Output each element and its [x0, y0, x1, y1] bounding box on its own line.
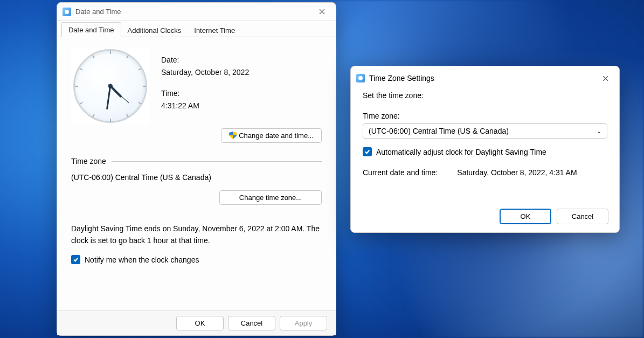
tab-date-and-time[interactable]: Date and Time — [61, 22, 121, 37]
change-time-zone-button[interactable]: Change time zone... — [219, 190, 322, 205]
ok-button[interactable]: OK — [176, 316, 224, 330]
close-icon — [319, 9, 325, 15]
tab-additional-clocks[interactable]: Additional Clocks — [121, 23, 188, 37]
time-label: Time: — [161, 88, 249, 99]
change-date-time-label: Change date and time... — [239, 132, 314, 140]
auto-dst-checkbox-row[interactable]: Automatically adjust clock for Daylight … — [363, 147, 607, 156]
window-title: Date and Time — [75, 8, 121, 16]
cancel-button[interactable]: Cancel — [228, 316, 275, 330]
uac-shield-icon — [229, 132, 237, 139]
close-button[interactable] — [594, 71, 616, 86]
time-zone-dropdown[interactable]: (UTC-06:00) Central Time (US & Canada) ⌄ — [363, 123, 607, 139]
titlebar[interactable]: Date and Time — [57, 3, 336, 21]
dst-info-text: Daylight Saving Time ends on Sunday, Nov… — [71, 223, 322, 246]
close-button[interactable] — [311, 4, 333, 19]
time-zone-value: (UTC-06:00) Central Time (US & Canada) — [71, 173, 322, 182]
auto-dst-label: Automatically adjust clock for Daylight … — [376, 148, 546, 156]
time-zone-heading: Time zone — [71, 157, 106, 165]
current-datetime-label: Current date and time: — [363, 168, 438, 177]
checkmark-icon — [73, 257, 79, 263]
dialog-footer: OK Cancel Apply — [57, 311, 336, 335]
dialog-footer: OK Cancel — [351, 200, 619, 232]
notify-label: Notify me when the clock changes — [85, 256, 199, 264]
set-time-zone-heading: Set the time zone: — [363, 91, 607, 100]
divider — [112, 161, 322, 162]
time-zone-label: Time zone: — [363, 112, 607, 120]
checkmark-icon — [364, 149, 370, 155]
window-title: Time Zone Settings — [369, 74, 434, 82]
close-icon — [603, 75, 608, 81]
tab-strip: Date and Time Additional Clocks Internet… — [57, 21, 336, 37]
date-time-icon — [63, 8, 71, 16]
date-label: Date: — [161, 54, 249, 66]
date-value: Saturday, October 8, 2022 — [161, 67, 249, 78]
titlebar[interactable]: Time Zone Settings — [351, 66, 619, 88]
tab-internet-time[interactable]: Internet Time — [188, 23, 241, 37]
chevron-down-icon: ⌄ — [597, 128, 601, 135]
date-time-window: Date and Time Date and Time Additional C… — [57, 2, 336, 336]
analog-clock — [71, 47, 149, 125]
apply-button: Apply — [280, 316, 327, 330]
time-zone-selected: (UTC-06:00) Central Time (US & Canada) — [369, 127, 509, 135]
time-zone-settings-window: Time Zone Settings Set the time zone: Ti… — [350, 66, 620, 233]
tab-content: Date: Saturday, October 8, 2022 Time: 4:… — [57, 37, 336, 264]
ok-button[interactable]: OK — [500, 209, 551, 224]
notify-checkbox[interactable] — [71, 255, 80, 264]
change-date-time-button[interactable]: Change date and time... — [221, 128, 322, 143]
time-value: 4:31:22 AM — [161, 100, 249, 112]
current-datetime-value: Saturday, October 8, 2022, 4:31 AM — [457, 168, 577, 177]
cancel-button[interactable]: Cancel — [557, 209, 608, 224]
time-zone-icon — [356, 74, 365, 82]
notify-checkbox-row[interactable]: Notify me when the clock changes — [71, 255, 322, 264]
auto-dst-checkbox[interactable] — [363, 147, 372, 156]
